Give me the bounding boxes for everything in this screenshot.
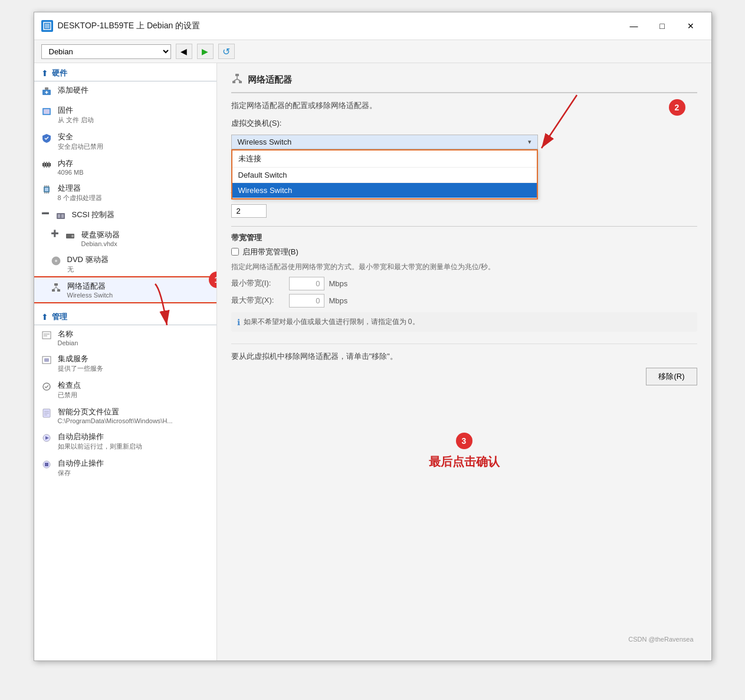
sidebar-item-scsi[interactable]: ➖ SCSI 控制器 (34, 206, 216, 226)
management-header-label: 管理 (52, 312, 67, 322)
dropdown-list: 未连接 Default Switch Wireless Switch (231, 149, 538, 199)
memory-label: 内存 (58, 158, 84, 169)
smart-paging-icon (41, 408, 53, 420)
scsi-icon (55, 211, 67, 223)
svg-rect-1 (45, 24, 50, 28)
bandwidth-section: 带宽管理 启用带宽管理(B) 指定此网络适配器使用网络带宽的方式。最小带宽和最大… (231, 233, 697, 332)
titlebar: DESKTOP-1LB59TE 上 Debian 的设置 — □ ✕ (34, 12, 711, 40)
vlan-input[interactable]: 2 (231, 204, 267, 218)
refresh-button[interactable]: ↺ (218, 44, 235, 59)
auto-stop-sub: 保存 (58, 469, 104, 477)
final-text: 最后点击确认 (243, 454, 685, 470)
memory-icon (41, 159, 53, 171)
hdd-label: 硬盘驱动器 (81, 230, 120, 240)
info-icon: ℹ (237, 318, 240, 327)
sidebar-item-processor[interactable]: 处理器 8 个虚拟处理器 (34, 179, 216, 206)
processor-icon (41, 184, 53, 196)
svg-rect-9 (44, 162, 45, 168)
bandwidth-checkbox-label: 启用带宽管理(B) (242, 247, 298, 257)
remove-button[interactable]: 移除(R) (646, 368, 697, 385)
name-sub: Debian (58, 339, 78, 346)
svg-rect-28 (52, 289, 55, 292)
svg-rect-29 (57, 289, 60, 292)
sidebar-item-auto-stop[interactable]: 自动停止操作 保存 (34, 454, 216, 481)
play-button[interactable]: ▶ (197, 44, 214, 59)
minimize-button[interactable]: — (621, 17, 648, 35)
sidebar-item-security[interactable]: 安全 安全启动已禁用 (34, 128, 216, 155)
max-bw-input[interactable] (289, 294, 324, 308)
svg-rect-27 (54, 283, 58, 286)
back-button[interactable]: ◀ (176, 44, 192, 59)
sidebar-item-memory[interactable]: 内存 4096 MB (34, 155, 216, 179)
annotation-2: 2 (669, 99, 685, 116)
info-text: 如果不希望对最小值或最大值进行限制，请指定值为 0。 (244, 317, 419, 327)
hardware-section-header: ⬆ 硬件 (34, 63, 216, 81)
sidebar: ⬆ 硬件 添加硬件 固件 从 文件 启动 (34, 63, 217, 660)
sidebar-item-dvd[interactable]: DVD 驱动器 无 (34, 251, 216, 277)
integration-label: 集成服务 (58, 354, 103, 364)
svg-line-32 (56, 287, 59, 289)
sidebar-item-add-hardware[interactable]: 添加硬件 (34, 81, 216, 102)
svg-rect-49 (239, 81, 242, 83)
vm-select[interactable]: Debian (41, 44, 171, 59)
max-bw-unit: Mbps (329, 296, 348, 305)
network-desc: 指定网络适配器的配置或移除网络适配器。 (231, 100, 697, 111)
sidebar-item-hdd[interactable]: ➕ 硬盘驱动器 Debian.vhdx (34, 226, 216, 251)
bandwidth-title: 带宽管理 (231, 233, 697, 243)
hardware-header-label: 硬件 (52, 68, 67, 78)
annotation-3: 3 (456, 433, 472, 449)
sidebar-item-auto-start[interactable]: 自动启动操作 如果以前运行过，则重新启动 (34, 428, 216, 454)
svg-rect-47 (235, 74, 239, 76)
hardware-icon: ⬆ (41, 68, 48, 78)
virtual-switch-dropdown[interactable]: Wireless Switch ▾ (231, 135, 538, 149)
dropdown-option-wireless-switch[interactable]: Wireless Switch (232, 183, 537, 198)
auto-start-label: 自动启动操作 (58, 431, 142, 442)
dvd-sub: 无 (67, 265, 109, 274)
max-bandwidth-row: 最大带宽(X): Mbps (231, 294, 697, 308)
network-label: 网络适配器 (67, 281, 113, 292)
firmware-sub: 从 文件 启动 (58, 116, 94, 125)
dropdown-option-default-switch[interactable]: Default Switch (232, 168, 537, 183)
close-button[interactable]: ✕ (677, 17, 704, 35)
add-hardware-label: 添加硬件 (58, 85, 88, 96)
bandwidth-checkbox-row: 启用带宽管理(B) (231, 247, 697, 257)
svg-rect-13 (45, 188, 48, 191)
switch-label-row: 虚拟交换机(S): (231, 118, 697, 129)
min-bw-input[interactable] (289, 277, 324, 290)
sidebar-item-name[interactable]: 名称 Debian (34, 325, 216, 350)
svg-rect-11 (48, 162, 50, 168)
management-section-header: ⬆ 管理 (34, 307, 216, 325)
svg-line-31 (53, 287, 56, 289)
info-row: ℹ 如果不希望对最小值或最大值进行限制，请指定值为 0。 (231, 312, 697, 332)
max-bw-label: 最大带宽(X): (231, 295, 284, 306)
checkpoint-icon (41, 381, 53, 393)
dropdown-option-unconnected[interactable]: 未连接 (232, 151, 537, 168)
svg-rect-21 (58, 214, 60, 218)
dropdown-selected-value: Wireless Switch (238, 138, 292, 146)
switch-label: 虚拟交换机(S): (231, 118, 282, 129)
sidebar-item-smart-paging[interactable]: 智能分页文件位置 C:\ProgramData\Microsoft\Window… (34, 403, 216, 428)
network-sub: Wireless Switch (67, 292, 113, 299)
content-panel: 网络适配器 指定网络适配器的配置或移除网络适配器。 虚拟交换机(S): Wire… (217, 63, 711, 660)
window-controls: — □ ✕ (621, 17, 704, 35)
auto-stop-label: 自动停止操作 (58, 458, 104, 469)
svg-rect-46 (45, 463, 48, 466)
sidebar-item-firmware[interactable]: 固件 从 文件 启动 (34, 102, 216, 128)
add-hardware-icon (41, 86, 53, 98)
sidebar-item-network[interactable]: 网络适配器 Wireless Switch 1 (34, 277, 216, 302)
svg-point-26 (55, 260, 57, 262)
security-icon (41, 133, 53, 145)
svg-rect-3 (45, 87, 48, 90)
firmware-label: 固件 (58, 105, 94, 116)
content-section-header: 网络适配器 (231, 73, 697, 93)
maximize-button[interactable]: □ (649, 17, 676, 35)
sidebar-item-checkpoint[interactable]: 检查点 已禁用 (34, 377, 216, 403)
bottom-annotation: 3 最后点击确认 (231, 421, 697, 482)
management-icon: ⬆ (41, 312, 48, 322)
watermark: CSDN @theRavensea (628, 636, 693, 643)
hdd-icon (65, 231, 77, 243)
dropdown-arrow-icon: ▾ (528, 138, 531, 146)
bandwidth-checkbox[interactable] (231, 248, 239, 256)
sidebar-item-integration[interactable]: 集成服务 提供了一些服务 (34, 350, 216, 377)
security-sub: 安全启动已禁用 (58, 142, 103, 151)
